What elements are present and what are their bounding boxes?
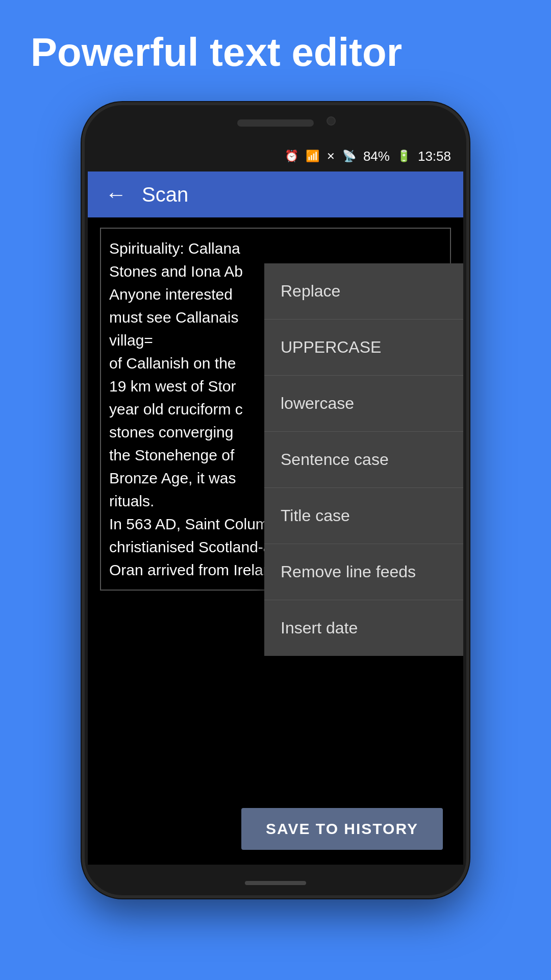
menu-item-sentence-case[interactable]: Sentence case (264, 432, 463, 488)
phone-home-indicator (245, 881, 306, 885)
content-area: Spirituality: CallanaStones and Iona AbA… (88, 217, 463, 865)
phone-mockup: ⏰ 📶 ✕ 📡 84% 🔋 13:58 ← S (82, 102, 469, 898)
app-toolbar: ← Scan (88, 172, 463, 217)
status-time: 13:58 (418, 149, 451, 164)
alarm-icon: ⏰ (285, 150, 298, 163)
page-header: Powerful text editor (0, 0, 551, 95)
phone-speaker (237, 119, 314, 127)
bottom-bar: SAVE TO HISTORY (88, 793, 463, 865)
status-bar: ⏰ 📶 ✕ 📡 84% 🔋 13:58 (88, 141, 463, 172)
battery-icon: 🔋 (397, 150, 411, 163)
menu-item-lowercase[interactable]: lowercase (264, 376, 463, 432)
menu-item-remove-line-feeds[interactable]: Remove line feeds (264, 544, 463, 600)
toolbar-title: Scan (142, 183, 188, 206)
menu-item-replace[interactable]: Replace (264, 263, 463, 320)
battery-percent: 84% (363, 149, 390, 164)
signal-icon: 📡 (342, 150, 356, 163)
back-button[interactable]: ← (100, 177, 132, 212)
wifi-icon: 📶 (306, 150, 319, 163)
page-background: Powerful text editor ⏰ 📶 ✕ 📡 (0, 0, 551, 980)
page-title: Powerful text editor (31, 31, 520, 75)
save-to-history-button[interactable]: SAVE TO HISTORY (241, 808, 443, 850)
menu-item-title-case[interactable]: Title case (264, 488, 463, 544)
phone-camera (327, 116, 336, 126)
dropdown-menu: Replace UPPERCASE lowercase Sentence cas… (264, 263, 463, 656)
signal-crossed-icon: ✕ (327, 150, 335, 162)
phone-screen: ⏰ 📶 ✕ 📡 84% 🔋 13:58 ← S (88, 141, 463, 865)
menu-item-uppercase[interactable]: UPPERCASE (264, 320, 463, 376)
phone-shell: ⏰ 📶 ✕ 📡 84% 🔋 13:58 ← S (82, 102, 469, 898)
menu-item-insert-date[interactable]: Insert date (264, 600, 463, 656)
